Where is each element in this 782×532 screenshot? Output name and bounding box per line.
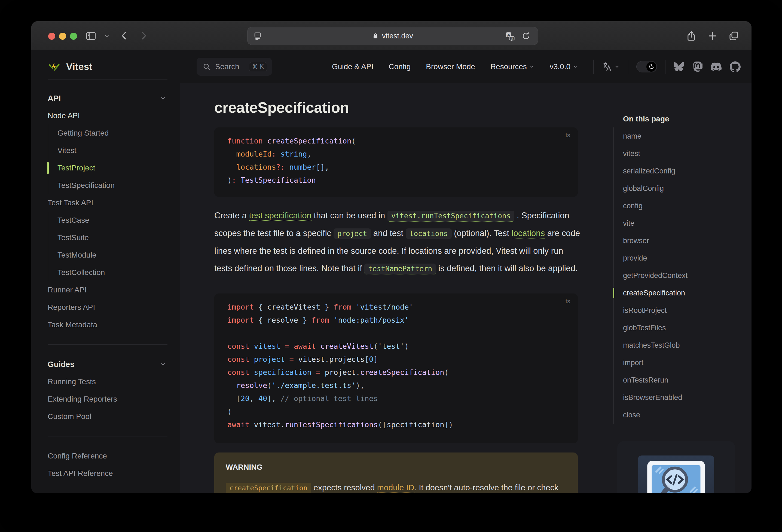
code-token: = [316,368,320,377]
sidebar-item[interactable]: TestCase [48,212,166,229]
code-token: [ [227,394,241,403]
code-token: 0 [369,355,373,363]
outline-link[interactable]: config [614,197,741,215]
site-title: Vitest [66,61,92,72]
sidebar-item[interactable]: TestSuite [48,229,166,246]
inline-link[interactable]: locations [511,228,545,239]
code-token: ]) [445,420,453,429]
sidebar-item[interactable]: Custom Pool [48,408,166,425]
sidebar-item[interactable]: TestModule [48,246,166,264]
sidebar-item-node-api[interactable]: Node API [48,107,166,125]
outline-link[interactable]: getProvidedContext [614,267,741,284]
minimize-window-button[interactable] [59,33,66,40]
nav-link[interactable]: Browser Mode [426,62,475,71]
chevron-down-icon [160,95,166,101]
outline-link[interactable]: vite [614,215,741,232]
svg-text:A: A [507,33,510,37]
code-token: [ [365,355,369,363]
language-menu[interactable] [602,61,620,72]
code-token: createSpecification [267,137,351,145]
code-token: await [227,420,249,429]
sidebar-toggle-icon[interactable] [85,30,97,42]
outline-link[interactable]: onTestsRerun [614,371,741,389]
sidebar-item[interactable]: TestSpecification [48,177,166,194]
moon-icon [646,62,656,72]
sidebar-section-guides[interactable]: Guides [48,356,166,373]
sidebar-item[interactable]: Test API Reference [48,465,166,482]
outline-link[interactable]: serializedConfig [614,162,741,180]
code-token [249,355,254,363]
code-token: ( [445,368,449,377]
code-token: import [227,316,254,324]
new-tab-icon[interactable] [707,30,718,42]
sidebar-item[interactable]: Vitest [48,142,166,159]
inline-link[interactable]: testNamePattern [364,263,436,275]
chevron-down-icon [573,64,578,69]
bluesky-icon[interactable] [674,62,684,72]
url-text[interactable]: vitest.dev [382,32,413,40]
theme-toggle[interactable] [636,61,657,72]
mastodon-icon[interactable] [692,62,703,72]
outline-link[interactable]: globTestFiles [614,319,741,336]
sidebar: API Node API Getting StartedVitestTestPr… [31,83,180,493]
chevron-down-icon[interactable] [104,33,110,39]
code-line: [20, 40], // optional test lines [227,394,578,407]
reload-icon[interactable] [522,31,531,41]
search-button[interactable]: Search ⌘ K [197,58,272,76]
sidebar-item[interactable]: Extending Reporters [48,390,166,408]
outline-link[interactable]: isBrowserEnabled [614,389,741,406]
sidebar-item[interactable]: Getting Started [48,125,166,142]
outline-title: On this page [623,112,741,126]
outline-link[interactable]: name [614,128,741,145]
sidebar-item[interactable]: Config Reference [48,447,166,465]
chevron-down-icon [529,64,534,69]
sidebar-item[interactable]: Runner API [48,281,166,299]
sidebar-item[interactable]: Reporters API [48,299,166,316]
outline-link[interactable]: provide [614,249,741,267]
outline-link[interactable]: isRootProject [614,302,741,319]
sidebar-section-title: API [48,94,61,103]
code-token: ) [404,342,409,350]
github-icon[interactable] [730,61,741,72]
nav-link[interactable]: Resources [490,62,534,71]
sponsor-illustration [638,456,714,493]
code-token: createVitest [320,342,373,350]
search-placeholder: Search [215,62,245,71]
outline-link[interactable]: import [614,354,741,371]
tab-overview-icon[interactable] [728,30,740,42]
outline-link[interactable]: createSpecification [614,284,741,302]
sidebar-divider [48,436,168,436]
code-token: createVitest [267,303,320,311]
inline-link[interactable]: vitest.runTestSpecifications [387,211,514,222]
outline-link[interactable]: browser [614,232,741,249]
sidebar-item[interactable]: TestProject [48,159,166,177]
outline-link[interactable]: globalConfig [614,180,741,197]
sidebar-item-test-task-api[interactable]: Test Task API [48,194,166,212]
sidebar-section-api[interactable]: API [48,90,166,107]
site-logo[interactable]: Vitest [48,50,92,83]
address-bar[interactable]: vitest.dev A 文 [247,27,538,45]
outline-link[interactable]: matchesTestGlob [614,336,741,354]
outline-link[interactable]: close [614,406,741,424]
sidebar-item[interactable]: TestCollection [48,264,166,281]
zoom-window-button[interactable] [70,33,77,40]
sidebar-item[interactable]: Task Metadata [48,316,166,333]
sidebar-item[interactable]: Running Tests [48,373,166,390]
outline-link[interactable]: vitest [614,145,741,162]
forward-icon[interactable] [138,30,149,41]
discord-icon[interactable] [711,61,721,72]
share-icon[interactable] [686,30,697,42]
nav-link[interactable]: v3.0.0 [550,62,578,71]
inline-link[interactable]: module ID [377,483,415,493]
code-token: ] [374,355,378,363]
nav-link[interactable]: Guide & API [332,62,374,71]
close-window-button[interactable] [48,33,55,40]
sponsor-card[interactable] [617,441,735,493]
code-line: const specification = project.createSpec… [227,368,578,381]
nav-link[interactable]: Config [389,62,411,71]
translate-icon[interactable]: A 文 [505,31,515,41]
back-icon[interactable] [119,30,130,41]
code-token [294,355,298,363]
inline-code: locations [406,228,452,239]
inline-link[interactable]: test specification [249,211,312,221]
